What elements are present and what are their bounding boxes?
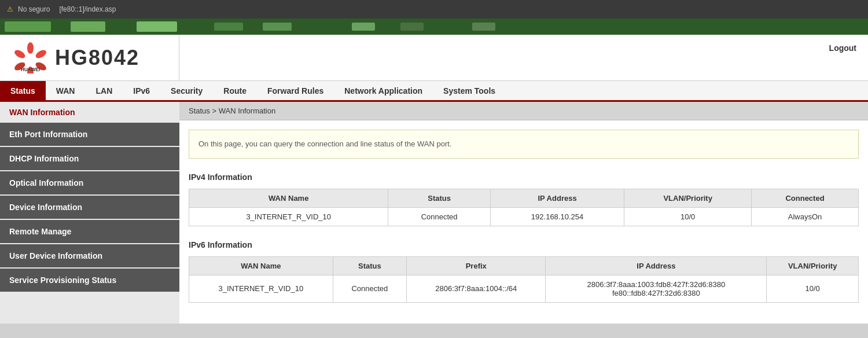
svg-point-5 xyxy=(13,49,27,60)
toolbar-item-1[interactable] xyxy=(5,21,51,32)
ipv4-col-wan-name: WAN Name xyxy=(189,189,388,207)
toolbar-item-3[interactable] xyxy=(137,21,177,32)
ipv6-row1-vlan: 10/0 xyxy=(767,275,859,302)
security-warning-text: No seguro xyxy=(18,5,50,13)
nav-bar: Status WAN LAN IPv6 Security Route Forwa… xyxy=(0,81,868,102)
ipv4-table: WAN Name Status IP Address VLAN/Priority… xyxy=(189,189,859,226)
content-wrapper: WAN Information Eth Port Information DHC… xyxy=(0,102,868,324)
ipv6-col-status: Status xyxy=(333,256,406,275)
ipv6-col-prefix: Prefix xyxy=(407,256,546,275)
ipv6-col-wan-name: WAN Name xyxy=(189,256,333,275)
toolbar-item-2[interactable] xyxy=(71,21,105,32)
nav-item-lan[interactable]: LAN xyxy=(85,81,123,100)
sidebar-item-device-info[interactable]: Device Information xyxy=(0,196,179,219)
sidebar-item-remote-manage[interactable]: Remote Manage xyxy=(0,220,179,243)
logo-area: HUAWEI HG8042 xyxy=(0,35,179,80)
toolbar-item-8[interactable] xyxy=(472,23,495,31)
sidebar-header: WAN Information xyxy=(0,102,179,123)
nav-item-network-app[interactable]: Network Application xyxy=(334,81,433,100)
sidebar-item-dhcp[interactable]: DHCP Information xyxy=(0,147,179,170)
ipv4-col-status: Status xyxy=(388,189,490,207)
header: HUAWEI HG8042 Logout xyxy=(0,35,868,81)
nav-item-route[interactable]: Route xyxy=(213,81,257,100)
ipv4-row1-wan-name: 3_INTERNET_R_VID_10 xyxy=(189,207,388,226)
nav-item-system-tools[interactable]: System Tools xyxy=(433,81,506,100)
nav-item-wan[interactable]: WAN xyxy=(46,81,86,100)
toolbar-item-7[interactable] xyxy=(400,23,424,31)
ipv4-row1-connected: AlwaysOn xyxy=(752,207,859,226)
sidebar: WAN Information Eth Port Information DHC… xyxy=(0,102,179,324)
ipv6-section-title: IPv6 Information xyxy=(189,238,859,252)
content-body: On this page, you can query the connecti… xyxy=(179,120,868,324)
logout-area: Logout xyxy=(179,35,868,80)
sidebar-item-user-device[interactable]: User Device Information xyxy=(0,244,179,267)
ipv6-row1-ip-line1: 2806:3f7:8aaa:1003:fdb8:427f:32d6:8380 xyxy=(553,280,759,289)
main-page: HUAWEI HG8042 Logout Status WAN LAN IPv6… xyxy=(0,35,868,324)
browser-bar: ⚠ No seguro [fe80::1]/index.asp xyxy=(0,0,868,19)
url-bar: [fe80::1]/index.asp xyxy=(59,5,116,13)
nav-item-security[interactable]: Security xyxy=(160,81,213,100)
ipv4-col-connected: Connected xyxy=(752,189,859,207)
info-box: On this page, you can query the connecti… xyxy=(189,130,859,159)
ipv4-section-title: IPv4 Information xyxy=(189,170,859,184)
svg-text:HUAWEI: HUAWEI xyxy=(21,67,40,72)
ipv4-row-1: 3_INTERNET_R_VID_10 Connected 192.168.10… xyxy=(189,207,859,226)
nav-item-status[interactable]: Status xyxy=(0,81,46,100)
ipv6-table: WAN Name Status Prefix IP Address VLAN/P… xyxy=(189,256,859,303)
ipv4-col-vlan: VLAN/Priority xyxy=(624,189,752,207)
huawei-logo: HUAWEI xyxy=(12,42,49,74)
main-content: Status > WAN Information On this page, y… xyxy=(179,102,868,324)
sidebar-item-eth-port[interactable]: Eth Port Information xyxy=(0,123,179,146)
ipv6-row1-status: Connected xyxy=(333,275,406,302)
toolbar-item-5[interactable] xyxy=(263,23,292,31)
svg-point-0 xyxy=(27,42,34,54)
ipv6-row1-ip-line2: fe80::fdb8:427f:32d6:8380 xyxy=(553,289,759,297)
sidebar-item-optical[interactable]: Optical Information xyxy=(0,171,179,194)
security-warning-icon: ⚠ xyxy=(7,5,13,13)
toolbar-item-6[interactable] xyxy=(352,23,375,31)
ipv4-row1-vlan: 10/0 xyxy=(624,207,752,226)
ipv4-row1-ip-address: 192.168.10.254 xyxy=(490,207,624,226)
nav-item-forward-rules[interactable]: Forward Rules xyxy=(257,81,334,100)
logout-button[interactable]: Logout xyxy=(829,43,856,53)
nav-item-ipv6[interactable]: IPv6 xyxy=(123,81,160,100)
ipv6-row-1: 3_INTERNET_R_VID_10 Connected 2806:3f7:8… xyxy=(189,275,859,302)
ipv4-col-ip-address: IP Address xyxy=(490,189,624,207)
sidebar-item-service-provisioning[interactable]: Service Provisioning Status xyxy=(0,269,179,292)
svg-point-1 xyxy=(34,49,47,60)
ipv6-row1-ip-address: 2806:3f7:8aaa:1003:fdb8:427f:32d6:8380 f… xyxy=(546,275,767,302)
info-text: On this page, you can query the connecti… xyxy=(198,139,451,148)
ipv4-row1-status: Connected xyxy=(388,207,490,226)
brand-title: HG8042 xyxy=(55,46,139,70)
ipv6-row1-prefix: 2806:3f7:8aaa:1004::/64 xyxy=(407,275,546,302)
toolbar-item-4[interactable] xyxy=(214,23,243,31)
browser-toolbar xyxy=(0,19,868,35)
ipv6-col-ip-address: IP Address xyxy=(546,256,767,275)
ipv6-col-vlan: VLAN/Priority xyxy=(767,256,859,275)
ipv6-row1-wan-name: 3_INTERNET_R_VID_10 xyxy=(189,275,333,302)
breadcrumb: Status > WAN Information xyxy=(179,102,868,120)
